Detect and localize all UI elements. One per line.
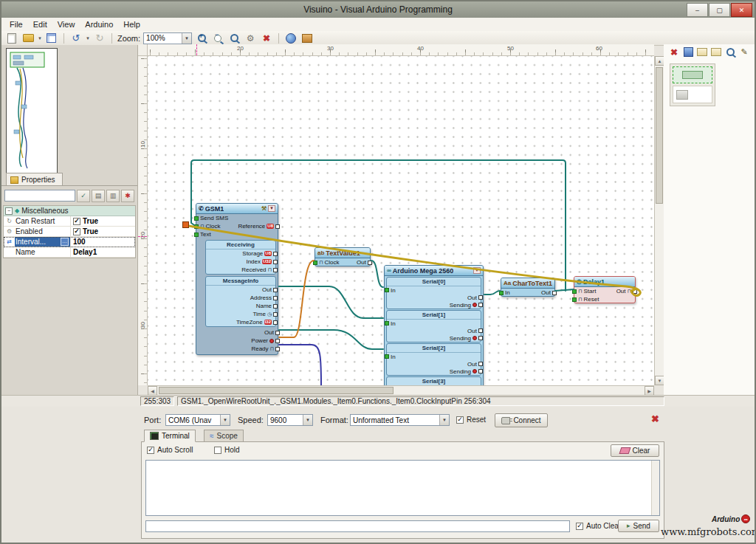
- input-connector[interactable]: [572, 297, 577, 302]
- reset-checkbox[interactable]: ✓: [456, 416, 464, 424]
- package-button[interactable]: [300, 32, 314, 44]
- output-connector[interactable]: [478, 303, 483, 307]
- delete-button[interactable]: ✖: [260, 32, 273, 44]
- output-connector[interactable]: [273, 260, 278, 264]
- settings-button[interactable]: ⚙: [244, 32, 257, 44]
- pin-serial1-in[interactable]: In: [387, 320, 481, 327]
- maximize-button[interactable]: ▢: [709, 3, 730, 17]
- zoom-in-button[interactable]: [195, 32, 208, 44]
- pin-ready[interactable]: Ready⊓: [196, 345, 278, 353]
- component-delay1[interactable]: ◷ Delay1 ⊓Start Out⊓ ⊓Reset: [574, 276, 636, 303]
- gallery-item-selected[interactable]: [673, 66, 712, 83]
- input-connector[interactable]: [572, 289, 577, 294]
- send-button[interactable]: ▸ Send: [618, 520, 659, 532]
- overview-thumbnail[interactable]: [6, 48, 58, 173]
- menu-edit[interactable]: Edit: [28, 19, 52, 30]
- horizontal-scrollbar[interactable]: ◀ ▶: [148, 385, 654, 395]
- output-connector[interactable]: [478, 328, 483, 333]
- output-connector[interactable]: [478, 362, 483, 366]
- edit-button[interactable]: ✎: [738, 47, 750, 58]
- snapshot2-button[interactable]: [710, 47, 722, 58]
- vertical-scroll-thumb[interactable]: [656, 67, 663, 204]
- send-input[interactable]: [145, 520, 570, 532]
- pin-received[interactable]: Received⊓: [206, 266, 275, 274]
- chevron-down-icon[interactable]: ▼: [182, 33, 191, 44]
- output-connector[interactable]: [368, 261, 372, 265]
- menu-arduino[interactable]: Arduino: [80, 19, 118, 30]
- pin-clock-reference[interactable]: ⊓Clock ReferenceU8: [196, 222, 278, 230]
- close-button[interactable]: ✕: [731, 3, 752, 17]
- pin-serial0-in[interactable]: In: [387, 286, 481, 294]
- gallery-item[interactable]: [673, 86, 712, 103]
- input-connector[interactable]: [385, 288, 389, 292]
- output-connector[interactable]: [273, 268, 278, 272]
- output-connector[interactable]: [633, 289, 637, 294]
- pin-timezone[interactable]: TimeZoneI32: [206, 318, 275, 326]
- input-connector[interactable]: [194, 216, 199, 221]
- pin-power[interactable]: Power: [196, 337, 278, 345]
- component-gallery[interactable]: [670, 63, 715, 106]
- gsm-messageinfo-group[interactable]: MessageInfo Out Address Name Time◷: [205, 276, 276, 327]
- undo-button[interactable]: ↺: [69, 32, 83, 44]
- pin-clock-out[interactable]: ⊓Clock Out: [315, 258, 370, 266]
- pin-icon[interactable]: ✱: [121, 190, 134, 202]
- disconnect-icon[interactable]: ✖: [651, 414, 659, 424]
- vertical-scrollbar[interactable]: ▲ ▼: [654, 56, 664, 385]
- component-gsm1[interactable]: ✆ GSM1 ⚒ ▼ Send SMS ⊓Clock ReferenceU8 T…: [196, 203, 278, 355]
- category-view-icon[interactable]: ▤: [92, 190, 105, 202]
- output-connector[interactable]: [273, 296, 278, 300]
- output-connector[interactable]: [275, 224, 280, 229]
- web-button[interactable]: [284, 32, 298, 44]
- dropdown-icon[interactable]: ▼: [473, 267, 481, 274]
- interval-expand-icon[interactable]: …: [61, 238, 69, 246]
- open-button[interactable]: [21, 32, 35, 44]
- input-connector[interactable]: [194, 233, 199, 237]
- dropdown-icon[interactable]: ▼: [268, 205, 275, 212]
- pin-storage[interactable]: StorageU8: [206, 249, 275, 258]
- connect-button[interactable]: Connect: [495, 413, 548, 427]
- alpha-view-icon[interactable]: ▥: [106, 190, 120, 202]
- pin-index[interactable]: IndexU32: [206, 258, 275, 266]
- hold-checkbox[interactable]: [214, 447, 221, 454]
- pin-time[interactable]: Time◷: [206, 310, 275, 318]
- serial0-group[interactable]: Serial[0] In Out Sending: [386, 277, 481, 309]
- pin-serial0-out[interactable]: Out: [387, 294, 481, 301]
- serial3-group[interactable]: Serial[3] In Out Sending: [386, 376, 481, 385]
- input-connector[interactable]: [194, 224, 199, 229]
- chevron-down-icon[interactable]: ▼: [220, 415, 230, 425]
- delete-selection-button[interactable]: ✖: [668, 47, 680, 58]
- zoom-reset-button[interactable]: [227, 32, 241, 44]
- grid-button[interactable]: [45, 32, 58, 44]
- terminal-scrollbar[interactable]: [651, 461, 659, 515]
- terminal-output[interactable]: [145, 460, 660, 516]
- pin-in-out[interactable]: In Out: [501, 289, 554, 297]
- output-connector[interactable]: [273, 252, 278, 256]
- output-connector[interactable]: [275, 347, 280, 351]
- wrench-icon[interactable]: ⚒: [261, 205, 267, 212]
- find-button[interactable]: [724, 47, 736, 58]
- panel-button[interactable]: [682, 47, 694, 58]
- property-row-enabled[interactable]: ⚙ Enabled ✓True: [4, 227, 135, 237]
- speed-select[interactable]: 9600 ▼: [267, 414, 313, 426]
- output-connector[interactable]: [273, 288, 278, 292]
- pin-text[interactable]: Text: [196, 230, 278, 238]
- output-connector[interactable]: [478, 336, 483, 340]
- component-chartotext1[interactable]: Aa CharToText1 In Out: [501, 278, 555, 297]
- enabled-checkbox[interactable]: ✓: [73, 228, 80, 235]
- snapshot-button[interactable]: [696, 47, 708, 58]
- auto-clear-checkbox[interactable]: ✓: [576, 523, 583, 530]
- pin-serial2-out[interactable]: Out: [387, 360, 481, 368]
- property-search-input[interactable]: [4, 190, 75, 202]
- pin-send-sms[interactable]: Send SMS: [196, 214, 278, 222]
- menu-help[interactable]: Help: [118, 19, 145, 30]
- serial1-group[interactable]: Serial[1] In Out Sending: [386, 310, 481, 342]
- tab-terminal[interactable]: Terminal: [144, 430, 196, 442]
- port-select[interactable]: COM6 (Unav ▼: [165, 414, 230, 426]
- output-connector[interactable]: [275, 339, 280, 343]
- pin-serial1-sending[interactable]: Sending: [387, 334, 481, 342]
- pin-address[interactable]: Address: [206, 294, 275, 302]
- pin-reset[interactable]: ⊓Reset: [574, 295, 635, 303]
- property-row-interval[interactable]: ⇄ Interval...… 100: [4, 237, 135, 247]
- tab-properties[interactable]: Properties: [6, 173, 63, 186]
- menu-view[interactable]: View: [52, 19, 80, 30]
